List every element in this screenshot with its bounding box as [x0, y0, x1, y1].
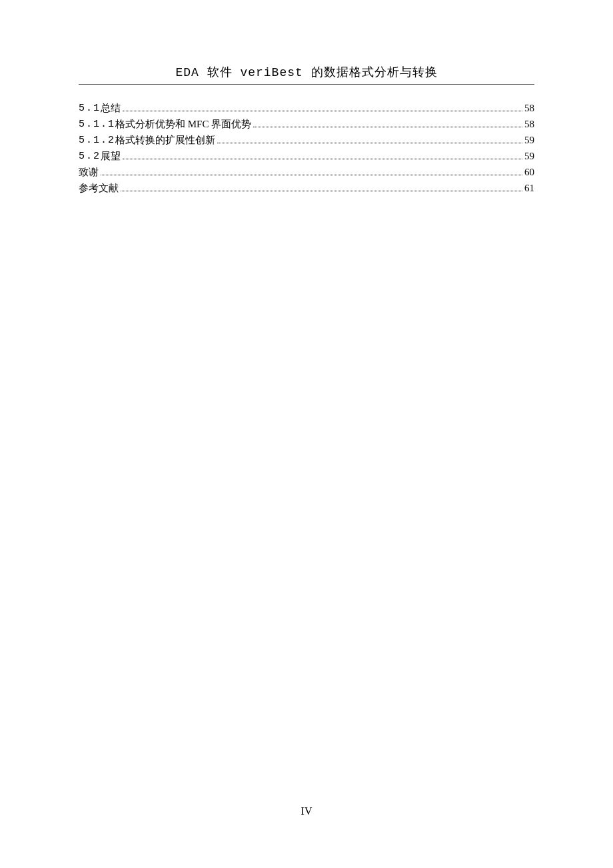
toc-entry: 5.1.2 格式转换的扩展性创新 59 [79, 135, 534, 145]
toc-entry-dots [123, 159, 522, 159]
toc-entry-label: 参考文献 [79, 183, 119, 193]
toc-entry-dots [121, 191, 522, 191]
toc-entry-label: 展望 [101, 151, 121, 161]
toc-entry: 5.1.1 格式分析优势和 MFC 界面优势 58 [79, 119, 534, 129]
toc-entry-dots [217, 143, 522, 143]
toc-entry-dots [253, 127, 522, 127]
toc-entry-number: 5.1.2 [79, 135, 115, 145]
page-header-title: EDA 软件 veriBest 的数据格式分析与转换 [79, 64, 534, 80]
toc-entry-page: 60 [524, 167, 534, 177]
toc-entry-page: 59 [524, 151, 534, 161]
toc-entry: 5.1 总结 58 [79, 103, 534, 113]
toc-entry-page: 58 [524, 119, 534, 129]
toc-entry: 参考文献 61 [79, 183, 534, 193]
header-rule [79, 84, 534, 85]
toc-entry-dots [123, 111, 522, 111]
toc-entry-page: 61 [524, 183, 534, 193]
toc-entry-number: 5.1.1 [79, 119, 115, 129]
table-of-contents: 5.1 总结 58 5.1.1 格式分析优势和 MFC 界面优势 58 5.1.… [79, 103, 534, 193]
toc-entry-number: 5.1 [79, 103, 101, 113]
toc-entry-page: 58 [524, 103, 534, 113]
toc-entry-dots [101, 175, 522, 175]
toc-entry-number: 5.2 [79, 151, 101, 161]
toc-entry: 5.2 展望 59 [79, 151, 534, 161]
toc-entry-label: 格式转换的扩展性创新 [115, 135, 215, 145]
document-page: EDA 软件 veriBest 的数据格式分析与转换 5.1 总结 58 5.1… [0, 0, 613, 193]
page-footer-number: IV [0, 805, 613, 817]
toc-entry: 致谢 60 [79, 167, 534, 177]
toc-entry-label: 总结 [101, 103, 121, 113]
toc-entry-label: 格式分析优势和 MFC 界面优势 [115, 119, 251, 129]
toc-entry-label: 致谢 [79, 167, 99, 177]
toc-entry-page: 59 [524, 135, 534, 145]
